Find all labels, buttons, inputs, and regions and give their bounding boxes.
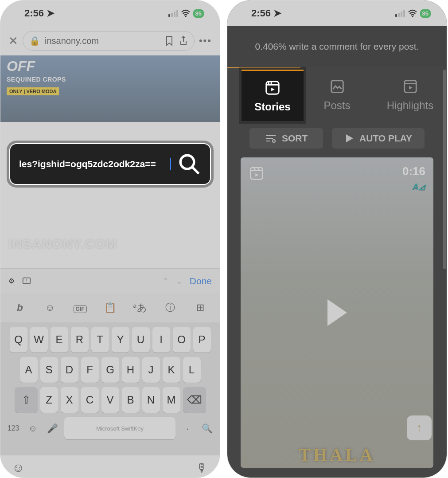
key-q[interactable]: Q <box>10 327 27 353</box>
gif-icon[interactable]: GIF <box>71 302 89 313</box>
period-key[interactable]: · <box>180 423 195 434</box>
search-icon[interactable] <box>177 152 201 176</box>
story-duration: 0:16 <box>402 165 425 178</box>
bing-icon[interactable]: b <box>11 302 29 313</box>
tab-highlights[interactable]: Highlights <box>374 67 447 123</box>
search-key[interactable]: 🔍 <box>199 423 214 434</box>
done-button[interactable]: Done <box>190 276 212 286</box>
brand-watermark: INSANONY.COM <box>8 236 117 251</box>
location-icon: ➤ <box>273 8 281 19</box>
kb-row-1: QWERTYUIOP <box>3 327 217 353</box>
key-e[interactable]: E <box>51 327 68 353</box>
key-w[interactable]: W <box>30 327 48 353</box>
svg-point-5 <box>412 16 413 17</box>
mic-key[interactable]: 🎤 <box>45 423 60 434</box>
info-icon[interactable]: ⓘ <box>161 301 179 314</box>
story-card[interactable]: 0:16 A⊿ THALA <box>241 157 433 468</box>
key-b[interactable]: B <box>122 387 140 413</box>
key-o[interactable]: O <box>173 327 191 353</box>
scroll-top-button[interactable]: ↑ <box>407 415 432 440</box>
chevron-up-icon[interactable]: ⌃ <box>162 276 169 286</box>
svg-line-2 <box>192 167 199 173</box>
chevron-down-icon[interactable]: ⌄ <box>176 276 183 286</box>
tab-stories-label: Stories <box>254 101 290 113</box>
status-bar: 2:56 ➤ 85 <box>227 0 447 26</box>
key-v[interactable]: V <box>101 387 119 413</box>
key-c[interactable]: C <box>81 387 99 413</box>
space-key[interactable]: Microsoft SwiftKey <box>64 417 175 439</box>
battery-icon: 85 <box>193 9 204 18</box>
share-icon[interactable] <box>179 35 188 46</box>
keyboard[interactable]: QWERTYUIOP ASDFGHJKL ⇧ ZXCVBNM ⌫ 123 ☺ 🎤… <box>0 322 220 455</box>
close-icon[interactable]: ✕ <box>8 34 18 48</box>
address-bar[interactable]: 🔒 insanony.com <box>23 31 195 51</box>
svg-text:!: ! <box>26 278 27 283</box>
play-icon[interactable] <box>327 299 347 326</box>
grid-icon[interactable]: ⊞ <box>191 302 209 313</box>
stats-header: 0.406% write a comment for every post. <box>227 26 447 67</box>
backspace-key[interactable]: ⌫ <box>183 387 206 413</box>
key-j[interactable]: J <box>142 357 160 383</box>
key-d[interactable]: D <box>61 357 78 383</box>
scrollbar[interactable] <box>443 70 446 269</box>
key-y[interactable]: Y <box>112 327 129 353</box>
key-x[interactable]: X <box>61 387 78 413</box>
key-t[interactable]: T <box>91 327 109 353</box>
gear-icon[interactable]: ⚙ <box>8 277 15 285</box>
promo-banner: OFF SEQUINED CROPS ONLY | VERO MODA <box>0 55 220 122</box>
svg-point-1 <box>180 155 194 169</box>
numbers-key[interactable]: 123 <box>6 424 21 432</box>
kb-row-3: ⇧ ZXCVBNM ⌫ <box>3 387 217 413</box>
phone-right: 2:56 ➤ 85 0.406% write a comment for eve… <box>227 0 447 478</box>
key-k[interactable]: K <box>163 357 180 383</box>
key-g[interactable]: G <box>101 357 119 383</box>
emoji-key[interactable]: ☺ <box>25 423 40 434</box>
search-box[interactable] <box>9 143 211 185</box>
status-time: 2:56 ➤ <box>251 8 281 19</box>
key-a[interactable]: A <box>20 357 38 383</box>
reel-icon <box>249 165 265 181</box>
location-icon: ➤ <box>47 8 55 19</box>
lock-icon: 🔒 <box>29 35 40 46</box>
key-l[interactable]: L <box>183 357 201 383</box>
clipboard-icon[interactable]: 📋 <box>101 302 119 313</box>
status-time: 2:56 ➤ <box>24 8 55 19</box>
mic-footer-icon[interactable]: 🎙 <box>196 461 208 475</box>
svg-rect-8 <box>404 81 416 93</box>
banner-off: OFF <box>7 58 35 74</box>
url-text: insanony.com <box>45 36 99 46</box>
more-icon[interactable]: ••• <box>199 35 212 47</box>
banner-sub: SEQUINED CROPS <box>7 76 66 83</box>
tab-posts[interactable]: Posts <box>300 67 374 123</box>
key-z[interactable]: Z <box>40 387 58 413</box>
feedback-icon[interactable]: ! <box>22 276 31 286</box>
search-input[interactable] <box>19 159 164 169</box>
key-f[interactable]: F <box>81 357 99 383</box>
channel-logo: A⊿ <box>413 181 425 192</box>
translate-icon[interactable]: ᵃあ <box>131 301 149 314</box>
phone-left: 2:56 ➤ 85 ✕ 🔒 insanony.com ••• <box>0 0 220 478</box>
key-m[interactable]: M <box>163 387 180 413</box>
key-h[interactable]: H <box>122 357 140 383</box>
key-p[interactable]: P <box>193 327 211 353</box>
wifi-icon <box>181 9 191 17</box>
tab-stories-highlight[interactable]: Stories <box>242 70 304 121</box>
key-r[interactable]: R <box>71 327 89 353</box>
shift-key[interactable]: ⇧ <box>15 387 38 413</box>
svg-rect-7 <box>331 81 343 93</box>
keyboard-suggestion-row: b ☺ GIF 📋 ᵃあ ⓘ ⊞ <box>0 293 220 322</box>
keyboard-footer: ☺ 🎙 <box>0 455 220 478</box>
svg-rect-14 <box>251 168 263 180</box>
key-i[interactable]: I <box>152 327 170 353</box>
bookmark-icon[interactable] <box>165 35 174 46</box>
stats-text: 0.406% write a comment for every post. <box>255 41 419 52</box>
key-n[interactable]: N <box>142 387 160 413</box>
key-u[interactable]: U <box>132 327 150 353</box>
key-s[interactable]: S <box>40 357 58 383</box>
sort-button[interactable]: SORT <box>249 128 323 149</box>
wifi-icon <box>408 9 417 17</box>
autoplay-button[interactable]: AUTO PLAY <box>332 128 425 149</box>
banner-tag: ONLY | VERO MODA <box>7 87 59 95</box>
emoji-footer-icon[interactable]: ☺ <box>12 461 25 475</box>
emoji-icon[interactable]: ☺ <box>41 302 59 313</box>
